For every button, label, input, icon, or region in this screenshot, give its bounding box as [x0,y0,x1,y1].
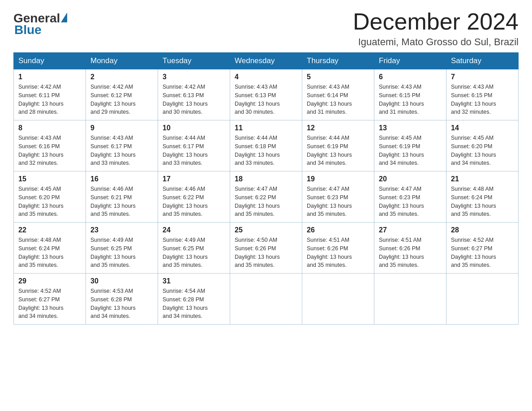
day-number: 10 [163,124,225,132]
day-number: 15 [18,175,81,183]
calendar-cell: 3 Sunrise: 4:42 AMSunset: 6:13 PMDayligh… [158,69,230,120]
calendar-cell: 20 Sunrise: 4:47 AMSunset: 6:23 PMDaylig… [374,171,446,223]
day-info: Sunrise: 4:51 AMSunset: 6:26 PMDaylight:… [307,236,369,270]
calendar-cell: 6 Sunrise: 4:43 AMSunset: 6:15 PMDayligh… [374,69,446,120]
day-info: Sunrise: 4:49 AMSunset: 6:25 PMDaylight:… [90,236,153,270]
logo-area: General Blue [13,9,68,37]
calendar-cell: 8 Sunrise: 4:43 AMSunset: 6:16 PMDayligh… [14,120,86,171]
day-number: 1 [18,73,81,81]
day-info: Sunrise: 4:44 AMSunset: 6:19 PMDaylight:… [307,134,369,167]
day-number: 24 [163,226,225,234]
day-number: 16 [90,175,153,183]
calendar-cell: 9 Sunrise: 4:43 AMSunset: 6:17 PMDayligh… [86,120,158,171]
calendar-week-1: 1 Sunrise: 4:42 AMSunset: 6:11 PMDayligh… [14,69,519,120]
day-info: Sunrise: 4:49 AMSunset: 6:25 PMDaylight:… [163,236,225,270]
day-number: 4 [235,73,297,81]
calendar-week-5: 29 Sunrise: 4:52 AMSunset: 6:27 PMDaylig… [14,274,519,325]
calendar-cell: 27 Sunrise: 4:51 AMSunset: 6:26 PMDaylig… [374,223,446,274]
calendar-cell [302,274,374,325]
calendar-cell: 15 Sunrise: 4:45 AMSunset: 6:20 PMDaylig… [14,171,86,223]
day-info: Sunrise: 4:45 AMSunset: 6:20 PMDaylight:… [451,134,514,167]
calendar-cell: 2 Sunrise: 4:42 AMSunset: 6:12 PMDayligh… [86,69,158,120]
day-number: 6 [379,73,442,81]
calendar-cell: 5 Sunrise: 4:43 AMSunset: 6:14 PMDayligh… [302,69,374,120]
calendar-table: Sunday Monday Tuesday Wednesday Thursday… [13,52,519,325]
logo-flag-icon [61,13,67,22]
day-info: Sunrise: 4:42 AMSunset: 6:12 PMDaylight:… [90,83,153,116]
calendar-cell: 31 Sunrise: 4:54 AMSunset: 6:28 PMDaylig… [158,274,230,325]
calendar-cell: 23 Sunrise: 4:49 AMSunset: 6:25 PMDaylig… [86,223,158,274]
day-info: Sunrise: 4:54 AMSunset: 6:28 PMDaylight:… [163,287,225,321]
day-number: 3 [163,73,225,81]
day-number: 19 [307,175,369,183]
header-friday: Friday [374,53,446,69]
day-info: Sunrise: 4:52 AMSunset: 6:27 PMDaylight:… [18,287,81,321]
calendar-cell: 7 Sunrise: 4:43 AMSunset: 6:15 PMDayligh… [446,69,519,120]
calendar-cell [446,274,519,325]
calendar-cell: 16 Sunrise: 4:46 AMSunset: 6:21 PMDaylig… [86,171,158,223]
weekday-header-row: Sunday Monday Tuesday Wednesday Thursday… [14,53,519,69]
header-tuesday: Tuesday [158,53,230,69]
day-info: Sunrise: 4:45 AMSunset: 6:19 PMDaylight:… [379,134,442,167]
calendar-cell: 25 Sunrise: 4:50 AMSunset: 6:26 PMDaylig… [230,223,302,274]
calendar-cell: 28 Sunrise: 4:52 AMSunset: 6:27 PMDaylig… [446,223,519,274]
day-number: 23 [90,226,153,234]
day-number: 11 [235,124,297,132]
day-info: Sunrise: 4:45 AMSunset: 6:20 PMDaylight:… [18,185,81,218]
calendar-cell: 13 Sunrise: 4:45 AMSunset: 6:19 PMDaylig… [374,120,446,171]
calendar-week-4: 22 Sunrise: 4:48 AMSunset: 6:24 PMDaylig… [14,223,519,274]
day-info: Sunrise: 4:46 AMSunset: 6:22 PMDaylight:… [163,185,225,218]
day-info: Sunrise: 4:51 AMSunset: 6:26 PMDaylight:… [379,236,442,270]
day-info: Sunrise: 4:47 AMSunset: 6:23 PMDaylight:… [307,185,369,218]
logo-blue-text: Blue [14,23,42,37]
day-number: 21 [451,175,514,183]
day-number: 14 [451,124,514,132]
day-number: 22 [18,226,81,234]
day-number: 8 [18,124,81,132]
day-info: Sunrise: 4:43 AMSunset: 6:15 PMDaylight:… [451,83,514,116]
location-title: Iguatemi, Mato Grosso do Sul, Brazil [353,36,519,48]
day-number: 12 [307,124,369,132]
day-info: Sunrise: 4:48 AMSunset: 6:24 PMDaylight:… [451,185,514,218]
day-number: 13 [379,124,442,132]
day-number: 27 [379,226,442,234]
day-info: Sunrise: 4:50 AMSunset: 6:26 PMDaylight:… [235,236,297,270]
calendar-cell: 18 Sunrise: 4:47 AMSunset: 6:22 PMDaylig… [230,171,302,223]
header-thursday: Thursday [302,53,374,69]
day-info: Sunrise: 4:43 AMSunset: 6:15 PMDaylight:… [379,83,442,116]
day-number: 18 [235,175,297,183]
day-info: Sunrise: 4:43 AMSunset: 6:14 PMDaylight:… [307,83,369,116]
calendar-cell [374,274,446,325]
month-title: December 2024 [353,9,519,34]
calendar-cell: 21 Sunrise: 4:48 AMSunset: 6:24 PMDaylig… [446,171,519,223]
day-info: Sunrise: 4:46 AMSunset: 6:21 PMDaylight:… [90,185,153,218]
day-number: 30 [90,277,153,285]
calendar-cell: 30 Sunrise: 4:53 AMSunset: 6:28 PMDaylig… [86,274,158,325]
day-info: Sunrise: 4:53 AMSunset: 6:28 PMDaylight:… [90,287,153,321]
calendar-cell: 26 Sunrise: 4:51 AMSunset: 6:26 PMDaylig… [302,223,374,274]
day-info: Sunrise: 4:42 AMSunset: 6:11 PMDaylight:… [18,83,81,116]
calendar-cell: 4 Sunrise: 4:43 AMSunset: 6:13 PMDayligh… [230,69,302,120]
day-number: 28 [451,226,514,234]
day-info: Sunrise: 4:44 AMSunset: 6:17 PMDaylight:… [163,134,225,167]
day-number: 17 [163,175,225,183]
day-info: Sunrise: 4:48 AMSunset: 6:24 PMDaylight:… [18,236,81,270]
day-number: 7 [451,73,514,81]
calendar-cell: 24 Sunrise: 4:49 AMSunset: 6:25 PMDaylig… [158,223,230,274]
day-number: 9 [90,124,153,132]
header-monday: Monday [86,53,158,69]
calendar-cell: 17 Sunrise: 4:46 AMSunset: 6:22 PMDaylig… [158,171,230,223]
calendar-cell: 29 Sunrise: 4:52 AMSunset: 6:27 PMDaylig… [14,274,86,325]
calendar-week-3: 15 Sunrise: 4:45 AMSunset: 6:20 PMDaylig… [14,171,519,223]
day-info: Sunrise: 4:44 AMSunset: 6:18 PMDaylight:… [235,134,297,167]
day-number: 26 [307,226,369,234]
day-number: 5 [307,73,369,81]
calendar-cell: 10 Sunrise: 4:44 AMSunset: 6:17 PMDaylig… [158,120,230,171]
calendar-week-2: 8 Sunrise: 4:43 AMSunset: 6:16 PMDayligh… [14,120,519,171]
day-number: 29 [18,277,81,285]
day-info: Sunrise: 4:47 AMSunset: 6:23 PMDaylight:… [379,185,442,218]
page-header: General Blue December 2024 Iguatemi, Mat… [13,9,519,48]
day-number: 25 [235,226,297,234]
title-area: December 2024 Iguatemi, Mato Grosso do S… [353,9,519,48]
day-info: Sunrise: 4:43 AMSunset: 6:17 PMDaylight:… [90,134,153,167]
